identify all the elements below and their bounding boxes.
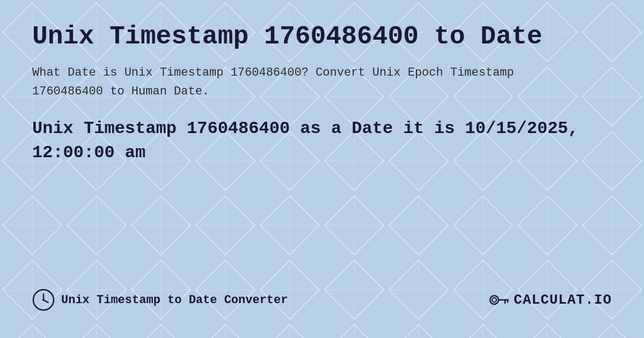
logo-icon xyxy=(488,289,509,311)
footer-label: Unix Timestamp to Date Converter xyxy=(61,293,288,307)
result-text: Unix Timestamp 1760486400 as a Date it i… xyxy=(32,117,612,165)
svg-point-10 xyxy=(492,298,496,302)
footer: Unix Timestamp to Date Converter CALCULA… xyxy=(32,289,612,317)
logo-text: CALCULAT.IO xyxy=(514,292,612,308)
svg-point-8 xyxy=(42,299,45,301)
result-section: Unix Timestamp 1760486400 as a Date it i… xyxy=(32,117,612,165)
logo-area: CALCULAT.IO xyxy=(488,289,612,311)
footer-left: Unix Timestamp to Date Converter xyxy=(32,289,288,311)
svg-point-9 xyxy=(490,296,499,304)
description-text: What Date is Unix Timestamp 1760486400? … xyxy=(32,63,515,101)
page-title: Unix Timestamp 1760486400 to Date xyxy=(32,21,612,53)
clock-icon xyxy=(32,289,55,311)
